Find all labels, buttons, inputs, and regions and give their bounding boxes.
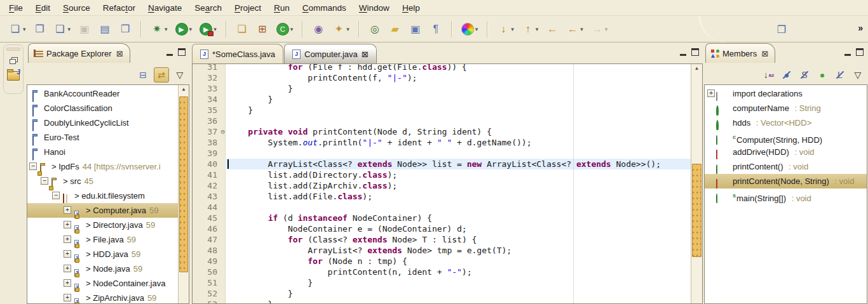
member-expander-icon[interactable]: + (707, 89, 715, 97)
new-java-project-button[interactable]: ❏ (233, 20, 251, 39)
tree-row[interactable]: −> IpdFs44 [https://svnserver.i (27, 159, 179, 174)
code-line[interactable]: 44 (193, 202, 691, 213)
tree-row[interactable]: ColorClassification (27, 101, 179, 116)
back-button[interactable]: ←▾ (564, 20, 586, 39)
tab-someclass-java[interactable]: J *SomeClass.java (192, 44, 283, 63)
member-row[interactable]: cComputer(String, HDD) (705, 130, 867, 145)
menu-source[interactable]: Source (57, 2, 97, 14)
member-row[interactable]: smain(String[]) : void (705, 188, 867, 203)
tab-computer-java[interactable]: J Computer.java ⊠ (284, 44, 377, 63)
link-with-editor-button[interactable]: ⇄ (154, 67, 169, 83)
code-line[interactable]: 45 if (d instanceof NodeContainer) { (193, 213, 691, 223)
tab-members[interactable]: Members ⊠ (705, 43, 775, 63)
editor-minimize-button[interactable] (680, 49, 686, 56)
tree-row[interactable]: +J> File.java59 (27, 232, 179, 247)
tree-expander-icon[interactable]: + (64, 206, 71, 214)
member-row[interactable]: +import declarations (705, 86, 867, 101)
run-button[interactable]: ▶▾ (173, 20, 195, 39)
tree-row[interactable]: +J> Directory.java59 (27, 218, 179, 232)
perspective-button[interactable]: ❒ (773, 20, 790, 39)
package-explorer-scrollbar[interactable]: ▲ (178, 85, 189, 303)
menu-navigate[interactable]: Navigate (142, 2, 188, 14)
code-line[interactable]: 33 } (193, 83, 691, 94)
dropdown-caret-icon[interactable]: ▾ (290, 26, 294, 32)
search-button[interactable]: ✦▾ (330, 20, 352, 39)
dropdown-caret-icon[interactable]: ▾ (165, 26, 168, 32)
editor-code-area[interactable]: 31 for (File f : hdd.get(File.class)) {3… (193, 64, 702, 303)
show-selected-element-button[interactable]: ▣ (407, 20, 424, 39)
package-explorer-maximize-button[interactable] (178, 48, 186, 56)
tree-row[interactable]: BankAccountReader (27, 86, 179, 101)
menu-run[interactable]: Run (268, 2, 296, 14)
save-all-button[interactable]: ❒ (116, 20, 134, 39)
code-line[interactable]: 48 ArrayList<? extends Node> tmp = e.get… (193, 245, 691, 256)
hide-fields-button[interactable]: ● (780, 68, 794, 82)
code-line[interactable]: 36 (193, 116, 691, 126)
hide-local-types-button[interactable]: L (833, 68, 847, 82)
dropdown-caret-icon[interactable]: ▾ (536, 26, 539, 32)
code-line[interactable]: 41 list.add(Directory.class); (193, 169, 691, 180)
members-maximize-button[interactable] (856, 48, 864, 56)
view-menu-button[interactable]: ▽ (173, 68, 187, 82)
tree-row[interactable]: +J> NodeContainer.java (27, 276, 179, 291)
close-icon[interactable]: ⊠ (761, 49, 768, 58)
hide-static-members-button[interactable]: S (797, 68, 811, 82)
menu-search[interactable]: Search (188, 2, 228, 14)
tree-row[interactable]: −> src45 (27, 174, 179, 188)
dropdown-caret-icon[interactable]: ▾ (511, 26, 514, 32)
dropdown-caret-icon[interactable]: ▾ (214, 26, 217, 32)
show-public-members-button[interactable]: ● (815, 68, 829, 82)
tree-expander-icon[interactable]: − (29, 162, 37, 170)
member-row[interactable]: addDrive(HDD) : void (705, 145, 867, 159)
code-line[interactable]: 53 } (193, 299, 691, 304)
new-wizard-button[interactable]: ❏▾ (6, 20, 29, 39)
tree-row[interactable]: Hanoi (27, 145, 179, 159)
dropdown-caret-icon[interactable]: ▾ (605, 26, 608, 32)
code-line[interactable]: 42 list.add(ZipArchiv.class); (193, 180, 691, 191)
tree-row[interactable]: DoublyLinkedCyclicList (27, 116, 179, 130)
new-class-button[interactable]: C▾ (274, 20, 296, 39)
highlighter-button[interactable]: ▰ (386, 20, 404, 39)
code-line[interactable]: 38 System.out.println("|-" + ident + " "… (193, 137, 691, 148)
code-line[interactable]: 37⊖ private void printContent(Node d, St… (193, 126, 691, 137)
code-line[interactable]: 49 for (Node n : tmp) { (193, 256, 691, 267)
member-row[interactable]: computerName : String (705, 101, 867, 116)
print-button[interactable]: ▤ (96, 20, 114, 39)
tree-expander-icon[interactable]: + (64, 294, 71, 301)
tree-row[interactable]: Euro-Test (27, 130, 179, 145)
scroll-up-icon[interactable]: ▲ (179, 85, 189, 94)
code-line[interactable]: 46 NodeContainer e = (NodeContainer) d; (193, 223, 691, 234)
code-line[interactable]: 50 printContent(n, ident + "-"); (193, 267, 691, 277)
editor-scrollbar[interactable]: ▲ (691, 64, 702, 303)
last-edit-location-button[interactable]: ← (543, 20, 561, 39)
open-type-button[interactable]: ◉ (309, 20, 327, 39)
collapse-all-button[interactable]: ⊟ (136, 68, 150, 82)
tree-row[interactable]: +J> HDD.java59 (27, 247, 179, 261)
code-line[interactable]: 51 } (193, 277, 691, 288)
restore-view-button[interactable] (10, 57, 17, 63)
code-line[interactable]: 52 } (193, 288, 691, 299)
tree-row[interactable]: +J> ZipArchiv.java59 (27, 291, 179, 304)
tree-row[interactable]: +J> Node.java59 (27, 261, 179, 276)
member-row[interactable]: printContent() : void (705, 159, 867, 174)
dropdown-caret-icon[interactable]: ▾ (475, 26, 478, 32)
new-view-button[interactable]: ❑▾ (51, 20, 74, 39)
close-icon[interactable]: ⊠ (116, 49, 123, 58)
code-line[interactable]: 35 } (193, 105, 691, 116)
tree-expander-icon[interactable]: + (64, 235, 71, 243)
view-menu-button[interactable]: ▽ (851, 68, 865, 82)
menu-edit[interactable]: Edit (29, 2, 57, 14)
package-explorer-minimize-button[interactable] (166, 49, 173, 56)
run-external-tools-button[interactable]: ▶▾ (197, 20, 219, 39)
tab-package-explorer[interactable]: Package Explorer ⊠ (28, 43, 130, 63)
member-row[interactable]: printContent(Node, String) : void (705, 174, 867, 188)
java-fast-view-button[interactable]: J (7, 71, 20, 81)
dropdown-caret-icon[interactable]: ▾ (580, 26, 583, 32)
color-wheel-button[interactable]: ▾ (459, 20, 481, 39)
code-line[interactable]: 32 printContent(f, "|-"); (193, 72, 691, 83)
dropdown-caret-icon[interactable]: ▾ (346, 26, 349, 32)
members-minimize-button[interactable] (844, 49, 851, 56)
tree-expander-icon[interactable]: + (64, 221, 71, 228)
scroll-up-icon[interactable]: ▲ (691, 64, 702, 73)
fast-view-drag-handle[interactable] (6, 48, 20, 51)
